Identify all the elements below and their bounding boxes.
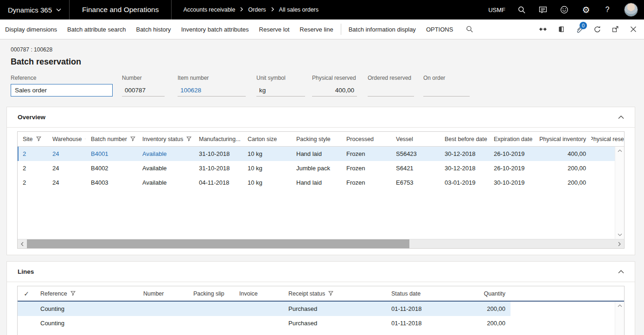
settings-button[interactable]: ⚙ [575, 0, 597, 19]
app-name[interactable]: Finance and Operations [70, 0, 171, 19]
preview-glasses-button[interactable] [539, 25, 547, 33]
grid-cell[interactable]: 01-11-2018 [386, 320, 484, 327]
scroll-up-button[interactable] [618, 304, 622, 307]
column-header[interactable]: Best before date [440, 136, 489, 142]
company-picker[interactable]: USMF [483, 6, 511, 13]
filter-icon[interactable] [328, 291, 333, 296]
breadcrumb-item[interactable]: Orders [248, 6, 266, 13]
attachments-button[interactable]: 0 [575, 25, 583, 33]
close-button[interactable] [629, 25, 638, 33]
grid-cell[interactable]: 10 kg [242, 165, 291, 172]
filter-icon[interactable] [186, 136, 191, 142]
grid-cell[interactable]: Hand laid [291, 179, 341, 186]
column-header[interactable]: Manufacturing... [194, 136, 242, 142]
action-item[interactable]: Reserve lot [254, 19, 295, 39]
grid-cell[interactable]: 30-12-2018 [440, 165, 489, 172]
field-value[interactable]: 000787 [122, 84, 165, 97]
grid-cell[interactable]: 26-10-2019 [489, 165, 536, 172]
grid-cell[interactable]: Counting [35, 320, 138, 327]
action-item[interactable]: Batch information display [344, 19, 421, 39]
column-header[interactable]: Packing slip [188, 290, 234, 297]
scroll-down-button[interactable] [618, 233, 622, 236]
collapse-overview-button[interactable] [618, 116, 624, 119]
grid-cell[interactable]: Counting [35, 305, 138, 312]
grid-cell[interactable]: Available [137, 150, 194, 157]
overview-row[interactable]: 224B4003Available04-11-201810 kgHand lai… [18, 175, 625, 190]
grid-cell[interactable]: E6753 [391, 179, 440, 186]
collapse-lines-button[interactable] [618, 270, 624, 274]
column-header[interactable]: ✓ [18, 290, 35, 297]
column-header[interactable]: Physical reserved [591, 136, 625, 142]
filter-icon[interactable] [130, 136, 135, 142]
grid-cell[interactable]: 2 [18, 179, 47, 186]
overview-vertical-scrollbar[interactable] [615, 147, 624, 239]
grid-cell[interactable]: S56423 [391, 150, 440, 157]
action-item[interactable]: OPTIONS [421, 19, 459, 39]
grid-cell[interactable]: Purchased [283, 320, 386, 327]
grid-cell[interactable]: 26-10-2019 [489, 150, 536, 157]
grid-cell[interactable]: 31-10-2018 [194, 165, 242, 172]
grid-cell[interactable]: 24 [47, 179, 86, 186]
scroll-up-button[interactable] [618, 149, 622, 152]
grid-cell[interactable]: B4002 [86, 165, 137, 172]
grid-cell[interactable]: 04-11-2018 [194, 179, 242, 186]
action-item[interactable]: Display dimensions [0, 19, 62, 39]
actionbar-search-button[interactable] [466, 26, 473, 33]
overview-row[interactable]: 224B4002Available31-10-201810 kgJumble p… [18, 161, 625, 175]
grid-cell[interactable]: Frozen [341, 165, 391, 172]
lines-vertical-scrollbar[interactable] [615, 302, 624, 335]
app-switcher[interactable]: Dynamics 365 [0, 0, 69, 19]
scroll-left-button[interactable] [18, 239, 27, 249]
breadcrumb-item[interactable]: All sales orders [279, 6, 319, 13]
grid-cell[interactable]: 200,00 [484, 305, 510, 312]
smiley-button[interactable] [554, 0, 575, 19]
grid-cell[interactable]: Available [137, 179, 194, 186]
column-header[interactable]: Warehouse [47, 136, 86, 142]
open-in-new-window-button[interactable] [611, 25, 619, 33]
grid-cell[interactable]: B4001 [86, 150, 137, 157]
overview-horizontal-scrollbar[interactable] [18, 239, 624, 248]
overview-section-header[interactable]: Overview [7, 107, 635, 128]
column-header[interactable]: Invoice [234, 290, 283, 297]
grid-cell[interactable]: 03-01-2019 [440, 179, 489, 186]
column-header[interactable]: Batch number [86, 136, 137, 142]
search-button[interactable] [511, 0, 532, 19]
column-header[interactable]: Site [18, 136, 47, 142]
column-header[interactable]: Inventory status [137, 136, 194, 142]
grid-cell[interactable]: 2 [18, 165, 47, 172]
grid-cell[interactable]: S6421 [391, 165, 440, 172]
column-header[interactable]: Receipt status [283, 290, 386, 297]
field-value[interactable] [423, 84, 470, 97]
column-header[interactable]: Carton size [242, 136, 291, 142]
column-header[interactable]: Expiration date [489, 136, 536, 142]
column-header[interactable]: Vessel [391, 136, 440, 142]
column-header[interactable]: Reference [35, 290, 138, 297]
grid-cell[interactable]: 30-12-2018 [440, 150, 489, 157]
related-documents-button[interactable] [557, 25, 565, 33]
grid-cell[interactable]: Jumble pack [291, 165, 341, 172]
grid-cell[interactable]: 2 [18, 150, 47, 157]
field-value[interactable]: Sales order [11, 84, 113, 97]
grid-cell[interactable]: 400,00 [536, 150, 591, 157]
grid-cell[interactable]: 200,00 [536, 179, 591, 186]
horizontal-scroll-thumb[interactable] [27, 239, 409, 248]
column-header[interactable]: Packing style [291, 136, 341, 142]
filter-icon[interactable] [70, 291, 76, 296]
lines-row[interactable]: CountingPurchased01-11-2018200,00 [18, 302, 510, 316]
field-value[interactable]: 400,00 [312, 84, 357, 97]
action-item[interactable]: Batch attribute search [62, 19, 131, 39]
grid-cell[interactable]: 30-10-2019 [489, 179, 536, 186]
grid-cell[interactable]: Available [137, 165, 194, 172]
column-header[interactable]: Physical inventory [536, 136, 591, 142]
column-header[interactable]: Number [138, 290, 188, 297]
grid-cell[interactable]: 10 kg [242, 150, 291, 157]
help-button[interactable]: ? [597, 0, 618, 19]
action-item[interactable]: Batch history [131, 19, 176, 39]
scroll-right-button[interactable] [615, 239, 624, 249]
grid-cell[interactable]: 10 kg [242, 179, 291, 186]
grid-cell[interactable]: 24 [47, 165, 86, 172]
grid-cell[interactable]: Frozen [341, 179, 391, 186]
grid-cell[interactable]: Purchased [283, 305, 386, 312]
column-header[interactable]: Quantity [484, 290, 510, 297]
column-header[interactable]: Status date [386, 290, 484, 297]
